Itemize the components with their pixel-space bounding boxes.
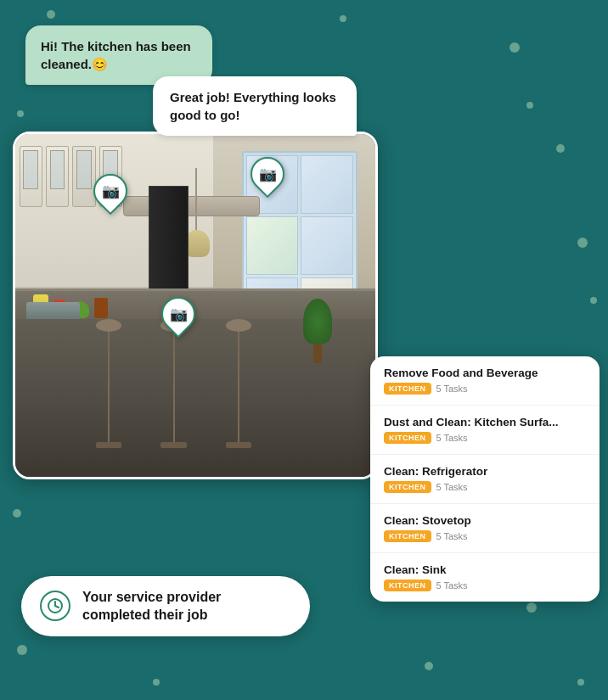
camera-pin-3[interactable]: 📷 [161, 297, 195, 334]
decorative-dot [47, 10, 55, 19]
tasks-card: Remove Food and Beverage KITCHEN 5 Tasks… [370, 356, 600, 602]
chat-bubble-right: Great job! Everything looks good to go! [153, 76, 357, 136]
decorative-dot [17, 645, 27, 655]
decorative-dot [153, 679, 160, 686]
task-count: 5 Tasks [436, 580, 468, 591]
task-title: Clean: Stovetop [384, 514, 586, 527]
task-title: Clean: Sink [384, 563, 586, 576]
decorative-dot [577, 679, 584, 686]
kitchen-tag: KITCHEN [384, 530, 431, 542]
kitchen-photo [15, 134, 375, 477]
task-title: Clean: Refrigerator [384, 465, 586, 478]
task-title: Remove Food and Beverage [384, 367, 586, 379]
decorative-dot [590, 297, 597, 304]
kitchen-tag: KITCHEN [384, 481, 431, 493]
task-list-item[interactable]: Clean: Sink KITCHEN 5 Tasks [370, 553, 600, 602]
service-provider-banner: Your service provider completed their jo… [21, 576, 310, 636]
decorative-dot [577, 238, 588, 248]
decorative-dot [13, 509, 21, 518]
decorative-dot [526, 602, 537, 613]
decorative-dot [526, 102, 533, 109]
kitchen-tag: KITCHEN [384, 432, 431, 444]
service-provider-text: Your service provider completed their jo… [82, 588, 291, 624]
task-list-item[interactable]: Dust and Clean: Kitchen Surfa... KITCHEN… [370, 406, 600, 455]
camera-icon-2: 📷 [259, 165, 277, 183]
task-list-item[interactable]: Clean: Stovetop KITCHEN 5 Tasks [370, 504, 600, 553]
decorative-dot [425, 662, 433, 670]
decorative-dot [17, 110, 24, 117]
decorative-dot [556, 144, 565, 153]
chat-text-left: Hi! The kitchen has been cleaned.😊 [41, 39, 191, 71]
decorative-dot [509, 42, 520, 53]
kitchen-tag: KITCHEN [384, 383, 431, 395]
kitchen-tag: KITCHEN [384, 580, 431, 591]
task-count: 5 Tasks [436, 482, 468, 492]
clock-icon [40, 591, 70, 621]
task-list-item[interactable]: Remove Food and Beverage KITCHEN 5 Tasks [370, 356, 600, 406]
task-count: 5 Tasks [436, 433, 468, 443]
camera-icon-1: 📷 [102, 182, 120, 200]
task-list-item[interactable]: Clean: Refrigerator KITCHEN 5 Tasks [370, 455, 600, 504]
camera-pin-2[interactable]: 📷 [251, 157, 284, 194]
camera-icon-3: 📷 [170, 305, 188, 323]
camera-pin-1[interactable]: 📷 [93, 174, 127, 211]
decorative-dot [340, 15, 346, 22]
task-count: 5 Tasks [436, 384, 468, 394]
svg-line-2 [55, 606, 59, 608]
kitchen-photo-card [13, 132, 378, 479]
chat-text-right: Great job! Everything looks good to go! [170, 90, 336, 122]
task-count: 5 Tasks [436, 531, 468, 541]
task-title: Dust and Clean: Kitchen Surfa... [384, 416, 586, 428]
